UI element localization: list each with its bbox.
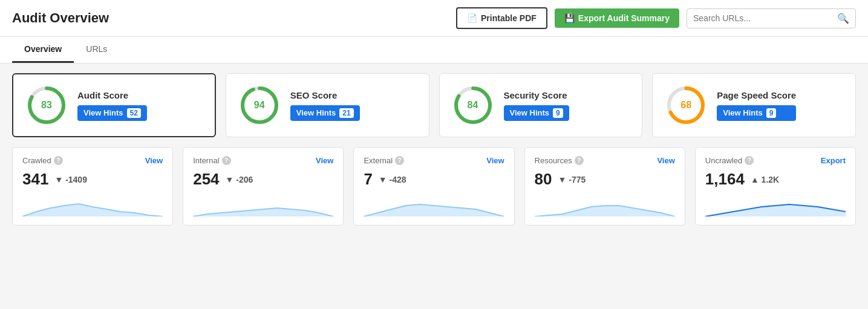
stat-card-resources: Resources ? View 80 ▼ -775 xyxy=(524,147,685,226)
stat-values: 341 ▼ -1409 xyxy=(22,170,163,189)
score-name: Audit Score xyxy=(77,90,147,100)
info-icon: ? xyxy=(575,156,584,165)
stat-label: Resources xyxy=(535,156,572,165)
stat-header-left: Internal ? xyxy=(193,156,230,165)
score-info: Security Score View Hints 9 xyxy=(504,90,569,121)
mini-chart xyxy=(535,195,675,216)
stat-label: Internal xyxy=(193,156,219,165)
view-hints-label: View Hints xyxy=(296,108,336,117)
pdf-icon: 📄 xyxy=(467,13,477,23)
stat-values: 1,164 ▲ 1.2K xyxy=(705,170,846,189)
score-card-page-speed-score[interactable]: 68 Page Speed Score View Hints 9 xyxy=(652,73,856,137)
stat-header-left: Resources ? xyxy=(535,156,584,165)
stat-header-left: External ? xyxy=(364,156,404,165)
info-icon: ? xyxy=(745,156,754,165)
donut-label: 68 xyxy=(680,100,691,111)
mini-chart-svg xyxy=(364,195,504,216)
stat-card-uncrawled: Uncrawled ? Export 1,164 ▲ 1.2K xyxy=(695,147,856,226)
stat-export-link[interactable]: Export xyxy=(821,156,846,165)
page-title: Audit Overview xyxy=(12,10,449,26)
view-hints-button[interactable]: View Hints 9 xyxy=(717,105,796,121)
donut-label: 94 xyxy=(254,100,265,111)
stat-header: Crawled ? View xyxy=(22,156,163,165)
score-name: Page Speed Score xyxy=(717,90,796,100)
mini-chart xyxy=(364,195,504,216)
stat-main-value: 341 xyxy=(22,170,48,189)
donut-label: 83 xyxy=(41,100,52,111)
stat-delta: ▼ -428 xyxy=(379,175,406,184)
score-cards-row: 83 Audit Score View Hints 52 94 SEO Scor… xyxy=(0,63,868,147)
floppy-icon: 💾 xyxy=(564,13,575,23)
info-icon: ? xyxy=(395,156,404,165)
stat-header: External ? View xyxy=(364,156,504,165)
mini-chart-svg xyxy=(535,195,675,216)
stat-main-value: 254 xyxy=(193,170,219,189)
stat-view-link[interactable]: View xyxy=(486,156,504,165)
stat-main-value: 7 xyxy=(364,170,372,189)
stat-values: 254 ▼ -206 xyxy=(193,170,333,189)
stat-values: 7 ▼ -428 xyxy=(364,170,504,189)
view-hints-label: View Hints xyxy=(510,108,550,117)
view-hints-label: View Hints xyxy=(83,108,123,117)
stat-delta: ▼ -775 xyxy=(558,175,586,184)
page-header: Audit Overview 📄 Printable PDF 💾 Export … xyxy=(0,0,868,37)
view-hints-label: View Hints xyxy=(723,108,763,117)
donut-chart: 94 xyxy=(238,84,281,126)
stat-values: 80 ▼ -775 xyxy=(535,170,675,189)
mini-chart xyxy=(193,195,333,216)
stat-main-value: 80 xyxy=(535,170,552,189)
score-card-security-score[interactable]: 84 Security Score View Hints 9 xyxy=(439,73,643,137)
stat-card-crawled: Crawled ? View 341 ▼ -1409 xyxy=(12,147,173,226)
tab-overview[interactable]: Overview xyxy=(12,37,74,63)
hints-count: 52 xyxy=(127,108,141,118)
stat-label: External xyxy=(364,156,393,165)
view-hints-button[interactable]: View Hints 9 xyxy=(504,105,569,121)
donut-chart: 68 xyxy=(665,84,707,126)
export-audit-summary-button[interactable]: 💾 Export Audit Summary xyxy=(555,8,679,28)
view-hints-button[interactable]: View Hints 21 xyxy=(290,105,360,121)
donut-chart: 84 xyxy=(452,84,494,126)
info-icon: ? xyxy=(54,156,63,165)
stat-view-link[interactable]: View xyxy=(657,156,674,165)
score-info: SEO Score View Hints 21 xyxy=(290,90,360,121)
stat-label: Uncrawled xyxy=(705,156,742,165)
stat-card-internal: Internal ? View 254 ▼ -206 xyxy=(183,147,344,226)
donut-chart: 83 xyxy=(25,84,68,126)
stat-header-left: Crawled ? xyxy=(22,156,63,165)
hints-count: 9 xyxy=(553,108,563,118)
info-icon: ? xyxy=(222,156,231,165)
score-name: SEO Score xyxy=(290,90,360,100)
search-box: 🔍 xyxy=(687,8,856,28)
stats-row: Crawled ? View 341 ▼ -1409 Internal ? Vi… xyxy=(0,147,868,235)
stat-delta: ▲ 1.2K xyxy=(751,175,779,184)
score-name: Security Score xyxy=(504,90,569,100)
stat-delta: ▼ -1409 xyxy=(54,175,87,184)
hints-count: 21 xyxy=(339,108,353,118)
stat-view-link[interactable]: View xyxy=(316,156,333,165)
donut-label: 84 xyxy=(468,100,478,111)
stat-header-left: Uncrawled ? xyxy=(705,156,754,165)
score-info: Audit Score View Hints 52 xyxy=(77,90,147,121)
tab-urls[interactable]: URLs xyxy=(74,37,119,63)
tabs-bar: Overview URLs xyxy=(0,37,868,63)
hints-count: 9 xyxy=(766,108,777,118)
stat-header: Resources ? View xyxy=(535,156,675,165)
mini-chart-svg xyxy=(705,195,846,216)
score-info: Page Speed Score View Hints 9 xyxy=(717,90,796,121)
stat-label: Crawled xyxy=(22,156,51,165)
mini-chart-svg xyxy=(193,195,333,216)
printable-pdf-button[interactable]: 📄 Printable PDF xyxy=(456,7,547,29)
stat-view-link[interactable]: View xyxy=(145,156,163,165)
score-card-seo-score[interactable]: 94 SEO Score View Hints 21 xyxy=(226,73,429,137)
mini-chart xyxy=(705,195,846,216)
view-hints-button[interactable]: View Hints 52 xyxy=(77,105,147,121)
search-input[interactable] xyxy=(693,13,834,23)
score-card-audit-score[interactable]: 83 Audit Score View Hints 52 xyxy=(12,73,216,137)
stat-delta: ▼ -206 xyxy=(226,175,253,184)
mini-chart-svg xyxy=(22,195,163,216)
stat-main-value: 1,164 xyxy=(705,170,745,189)
stat-header: Internal ? View xyxy=(193,156,333,165)
stat-card-external: External ? View 7 ▼ -428 xyxy=(353,147,514,226)
search-icon: 🔍 xyxy=(837,13,849,24)
mini-chart xyxy=(22,195,163,216)
